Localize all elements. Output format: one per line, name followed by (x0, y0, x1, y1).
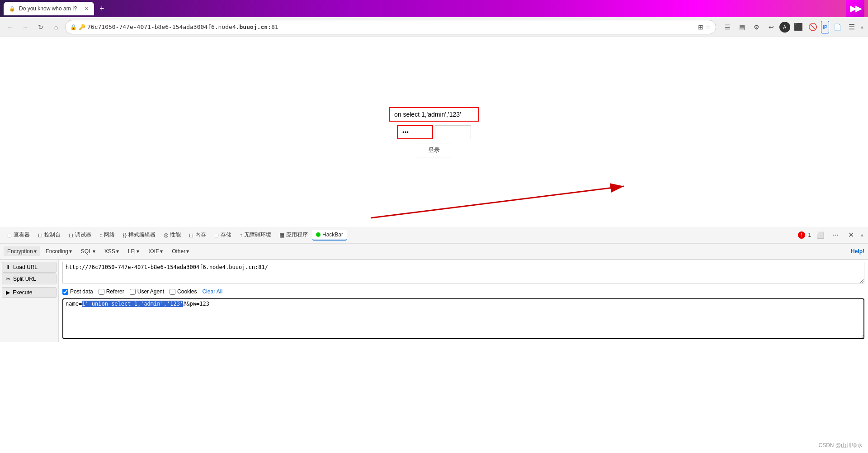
tab-close-icon[interactable]: ✕ (85, 6, 89, 12)
history-back-button[interactable]: ↩ (765, 21, 778, 33)
hackbar-encoding-menu[interactable]: Encoding ▾ (42, 246, 75, 256)
security-icon: 🔒 (70, 24, 77, 30)
debugger-icon: ◻ (69, 232, 73, 238)
load-url-button[interactable]: ⬆ Load URL (2, 262, 57, 273)
login-form: 登录 (389, 107, 479, 157)
hackbar-green-dot (316, 232, 321, 237)
style-label: 样式编辑器 (128, 231, 156, 239)
inspector-label: 查看器 (14, 231, 30, 239)
error-badge: ! (798, 231, 805, 239)
tab-area: 🔒 Do you know who am I? ✕ + (4, 2, 843, 15)
active-tab[interactable]: 🔒 Do you know who am I? ✕ (4, 2, 94, 15)
extensions-button[interactable]: ☰ (722, 21, 734, 33)
home-button[interactable]: ⌂ (50, 21, 62, 33)
lfi-label: LFI (128, 248, 136, 255)
encoding-arrow: ▾ (69, 248, 72, 255)
hackbar-url-input[interactable] (62, 262, 864, 283)
cookies-checkbox[interactable] (170, 289, 175, 295)
error-count: ! (801, 232, 802, 237)
addon-block-button[interactable]: 🚫 (807, 21, 819, 33)
bookmark-icon[interactable]: ☆ (705, 24, 711, 31)
devtools-perf-btn[interactable]: ◎ 性能 (160, 229, 184, 241)
a11y-label: 无障碍环境 (244, 231, 271, 239)
profile-button[interactable]: A (779, 22, 790, 33)
execute-icon: ▶ (6, 289, 10, 296)
load-url-label: Load URL (13, 264, 38, 270)
address-text[interactable]: 76c71050-747e-4071-b8e6-154ada3004f6.nod… (87, 24, 696, 30)
new-tab-button[interactable]: + (97, 3, 107, 14)
hackbar-encryption-menu[interactable]: Encryption ▾ (4, 246, 40, 256)
app-label: 应用程序 (286, 231, 308, 239)
devtools-inspector-btn[interactable]: ◻ 查看器 (4, 229, 33, 241)
hackbar-xss-menu[interactable]: XSS ▾ (101, 246, 123, 256)
menu-button[interactable]: ☰ (845, 21, 858, 33)
address-prefix: 76c71050-747e-4071-b8e6-154ada3004f6.nod… (87, 24, 240, 30)
address-bar: 🔒 🔑 76c71050-747e-4071-b8e6-154ada3004f6… (65, 20, 716, 34)
password-input[interactable] (397, 125, 433, 139)
hackbar-lfi-menu[interactable]: LFI ▾ (124, 246, 143, 256)
back-button[interactable]: ← (4, 21, 16, 33)
console-label: 控制台 (44, 231, 61, 239)
split-url-icon: ✂ (6, 276, 10, 282)
devtools-console-btn[interactable]: ◻ 控制台 (34, 229, 64, 241)
hackbar-postdata-input[interactable] (62, 298, 864, 339)
split-url-button[interactable]: ✂ Split URL (2, 274, 57, 284)
devtools-app-btn[interactable]: ▦ 应用程序 (276, 229, 311, 241)
useragent-checkbox[interactable] (130, 289, 136, 295)
storage-icon: ◻ (214, 232, 219, 238)
addon-pdf-button[interactable]: 📄 (831, 21, 844, 33)
devtools-hackbar-btn[interactable]: HackBar (312, 230, 347, 241)
execute-button[interactable]: ▶ Execute (2, 287, 57, 298)
referer-checkbox[interactable] (99, 289, 104, 295)
cookies-checkbox-label[interactable]: Cookies (170, 288, 197, 295)
extra-input[interactable] (435, 125, 471, 139)
encryption-arrow: ▾ (34, 248, 37, 255)
devtools-responsive-btn[interactable]: ⬜ (814, 229, 826, 241)
devtools-close-btn[interactable]: ✕ (844, 229, 857, 241)
devtools-memory-btn[interactable]: ◻ 内存 (185, 229, 210, 241)
style-icon: {} (123, 232, 127, 238)
inspector-icon: ◻ (7, 232, 12, 238)
hackbar-other-menu[interactable]: Other ▾ (168, 246, 193, 256)
network-icon: ↕ (99, 232, 102, 238)
postdata-checkbox-label[interactable]: Post data (62, 288, 93, 295)
username-input[interactable] (389, 107, 479, 122)
qr-icon[interactable]: ⊞ (698, 24, 703, 31)
devtools-storage-btn[interactable]: ◻ 存储 (211, 229, 235, 241)
addon-red-button[interactable]: ⬛ (792, 21, 805, 33)
password-row (397, 125, 471, 139)
svg-line-1 (371, 186, 624, 218)
postdata-checkbox[interactable] (62, 289, 68, 295)
hackbar-help-link[interactable]: Help! (851, 248, 864, 255)
error-number: 1 (808, 232, 811, 238)
useragent-checkbox-label[interactable]: User Agent (130, 288, 164, 295)
settings-button[interactable]: ⚙ (750, 21, 763, 33)
login-button[interactable]: 登录 (417, 143, 451, 157)
hackbar-body: ⬆ Load URL ✂ Split URL ▶ Execute Post da… (0, 260, 868, 342)
reload-button[interactable]: ↻ (34, 21, 47, 33)
referer-checkbox-label[interactable]: Referer (99, 288, 124, 295)
debugger-label: 调试器 (75, 231, 91, 239)
hackbar-toolbar: Encryption ▾ Encoding ▾ SQL ▾ XSS ▾ LFI … (0, 243, 868, 260)
network-label: 网络 (104, 231, 115, 239)
hackbar-sql-menu[interactable]: SQL ▾ (77, 246, 99, 256)
execute-label: Execute (13, 289, 32, 296)
address-domain: buuoj.cn (240, 24, 268, 30)
postdata-label: Post data (70, 288, 93, 295)
xss-arrow: ▾ (116, 248, 119, 255)
reader-button[interactable]: ▤ (736, 21, 749, 33)
a11y-icon: ↑ (240, 232, 242, 238)
xss-label: XSS (104, 248, 115, 255)
hackbar-xxe-menu[interactable]: XXE ▾ (145, 246, 166, 256)
devtools-more-btn[interactable]: ⋯ (829, 229, 842, 241)
referer-label: Referer (106, 288, 124, 295)
forward-button[interactable]: → (19, 21, 32, 33)
devtools-network-btn[interactable]: ↕ 网络 (96, 229, 118, 241)
clear-all-button[interactable]: Clear All (202, 288, 222, 295)
devtools-a11y-btn[interactable]: ↑ 无障碍环境 (236, 229, 275, 241)
devtools-debugger-btn[interactable]: ◻ 调试器 (65, 229, 95, 241)
devtools-style-btn[interactable]: {} 样式编辑器 (119, 229, 159, 241)
nav-bar: ← → ↻ ⌂ 🔒 🔑 76c71050-747e-4071-b8e6-154a… (0, 17, 868, 37)
scroll-indicator: ▲ (860, 24, 864, 29)
addon-ip-button[interactable]: IP (821, 21, 829, 33)
